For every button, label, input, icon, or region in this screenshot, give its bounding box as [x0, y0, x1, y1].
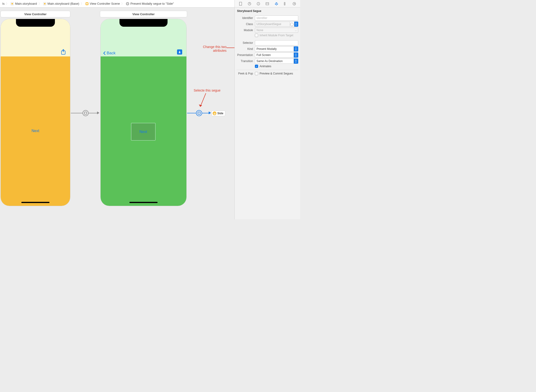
home-indicator-icon: [21, 202, 49, 203]
segue-icon: [126, 2, 129, 6]
side-scene-label: Side: [217, 112, 223, 115]
inspector-section-title: Storyboard Segue: [235, 8, 300, 14]
module-label: Module: [237, 28, 255, 32]
module-select[interactable]: None ⌵: [255, 28, 298, 33]
transition-value: Same As Destination: [257, 60, 282, 63]
crumb-label: Main.storyboard (Base): [48, 2, 79, 5]
kind-label: Kind: [237, 47, 255, 51]
history-inspector-tab[interactable]: [247, 1, 252, 6]
help-inspector-tab[interactable]: ?: [256, 1, 261, 6]
svg-rect-3: [44, 3, 45, 5]
side-scene-token[interactable]: ◎ Side: [211, 111, 225, 116]
kind-value: Present Modally: [257, 47, 277, 51]
back-label: Back: [107, 51, 116, 56]
breadcrumb: ls 〉 Main.storyboard 〉 Main.storyboard (…: [1, 2, 263, 6]
scene-icon: [85, 2, 89, 6]
crumb-item-3[interactable]: View Controller Scene: [84, 2, 121, 6]
checkbox-icon: [255, 34, 258, 37]
device-left[interactable]: Next: [0, 19, 70, 206]
peek-pop-value: Preview & Commit Segues: [259, 72, 293, 75]
notch-icon: [120, 19, 168, 27]
inspector-form: Identifier Class UIStoryboardSegue ◯ Mod…: [235, 14, 300, 79]
module-value: None: [257, 28, 263, 32]
connections-inspector-tab[interactable]: [292, 1, 297, 6]
svg-rect-5: [86, 3, 88, 5]
inherit-label: Inherit Module From Target: [259, 34, 293, 37]
crumb-sep: 〉: [5, 2, 9, 6]
kind-dropdown-button[interactable]: [294, 46, 298, 51]
selector-label: Selector: [237, 41, 255, 45]
crumb-item-0[interactable]: ls: [1, 2, 5, 5]
presentation-value: Full Screen: [257, 53, 271, 57]
crumb-item-1[interactable]: Main.storyboard: [9, 2, 38, 6]
vc-title-label: View Controller: [24, 12, 46, 16]
animates-checkbox[interactable]: ✓ Animates: [255, 65, 298, 68]
peek-pop-label: Peek & Pop: [237, 72, 255, 75]
class-add-button[interactable]: ◯: [290, 22, 294, 27]
svg-rect-21: [266, 3, 269, 5]
annotation-arrow-icon: [199, 93, 208, 110]
svg-rect-17: [239, 2, 242, 5]
home-indicator-icon: [129, 202, 158, 203]
notch-icon: [16, 19, 55, 27]
checkbox-icon: ✓: [255, 65, 258, 68]
device-right[interactable]: Back Next: [100, 19, 187, 206]
selector-field[interactable]: [255, 40, 298, 45]
crumb-item-4[interactable]: Present Modally segue to "Side": [125, 2, 175, 6]
transition-label: Transition: [237, 60, 255, 63]
svg-rect-7: [127, 3, 128, 5]
checkbox-icon: [255, 72, 258, 75]
size-inspector-tab[interactable]: [283, 1, 288, 6]
transition-select[interactable]: Same As Destination: [255, 59, 294, 64]
left-next-button[interactable]: Next: [32, 129, 39, 133]
presentation-select[interactable]: Full Screen: [255, 52, 294, 58]
transition-dropdown-button[interactable]: [294, 59, 298, 64]
storyboard-base-icon: [43, 2, 47, 6]
crumb-label: Main.storyboard: [15, 2, 37, 5]
back-button[interactable]: Back: [103, 51, 116, 56]
class-value: UIStoryboardSegue: [257, 23, 281, 26]
presentation-label: Presentation: [237, 53, 255, 57]
svg-marker-14: [199, 104, 202, 107]
identifier-label: Identifier: [237, 16, 255, 20]
storyboard-file-icon: [10, 2, 14, 6]
crumb-label: View Controller Scene: [90, 2, 120, 5]
vc-title-left[interactable]: View Controller: [0, 11, 70, 17]
side-scene-icon: ◎: [213, 112, 216, 115]
annotation-attrs-text: Change this two attributes: [198, 45, 226, 52]
divider: [237, 70, 298, 70]
inspector-panel: ? Storyboard Segue Identifier Class UISt…: [234, 0, 300, 219]
container-view[interactable]: Next: [131, 123, 155, 140]
class-dropdown-button[interactable]: [294, 22, 298, 27]
inherit-module-checkbox[interactable]: Inherit Module From Target: [255, 34, 298, 37]
crumb-sep: 〉: [80, 2, 84, 6]
annotation-segue-text: Selecte this segue: [194, 89, 220, 92]
svg-line-13: [200, 93, 206, 107]
class-select[interactable]: UIStoryboardSegue: [255, 22, 290, 27]
presentation-dropdown-button[interactable]: [294, 52, 298, 58]
svg-text:?: ?: [258, 3, 259, 5]
crumb-label: Present Modally segue to "Side": [130, 2, 174, 5]
crumb-label: ls: [2, 2, 5, 5]
animates-label: Animates: [259, 65, 271, 68]
chevron-down-icon: ⌵: [295, 28, 297, 32]
class-label: Class: [237, 23, 255, 26]
crumb-sep: 〉: [121, 2, 125, 6]
svg-point-6: [126, 2, 129, 5]
attributes-inspector-tab[interactable]: [274, 1, 279, 6]
file-inspector-tab[interactable]: [238, 1, 243, 6]
crumb-item-2[interactable]: Main.storyboard (Base): [42, 2, 80, 6]
inspector-tabs: ?: [235, 0, 300, 8]
vc-title-label: View Controller: [132, 12, 154, 16]
identity-inspector-tab[interactable]: [265, 1, 270, 6]
download-icon[interactable]: [177, 49, 182, 55]
container-label: Next: [139, 130, 147, 134]
vc-title-right[interactable]: View Controller: [100, 11, 187, 17]
kind-select[interactable]: Present Modally: [255, 46, 294, 51]
crumb-sep: 〉: [38, 2, 42, 6]
svg-rect-1: [11, 3, 13, 5]
share-icon[interactable]: [61, 49, 66, 56]
peek-pop-checkbox[interactable]: Preview & Commit Segues: [255, 72, 298, 75]
identifier-field[interactable]: [255, 15, 298, 21]
